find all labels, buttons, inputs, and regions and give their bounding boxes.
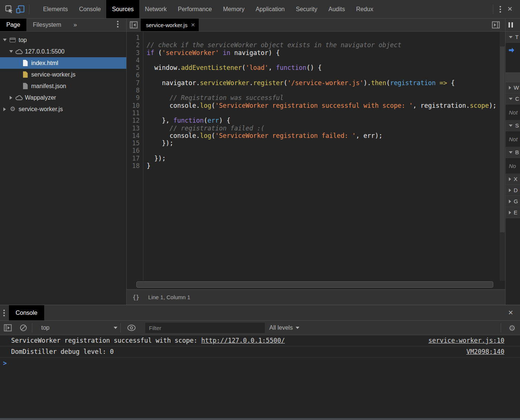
console-source-link[interactable]: service-worker.js:10 [428, 337, 504, 344]
sidebar-section-call-stack[interactable]: C [506, 93, 520, 104]
tab-overflow-chevron[interactable]: » [74, 19, 77, 31]
line-number[interactable]: 8 [127, 87, 140, 94]
tree-item-top[interactable]: top [0, 34, 126, 46]
code-line-15: }); [147, 139, 505, 147]
tab-page[interactable]: Page [0, 19, 26, 31]
inspect-element-icon[interactable] [4, 4, 15, 15]
sidebar-section-watch[interactable]: W [506, 82, 520, 93]
tab-console[interactable]: Console [9, 305, 44, 320]
chevron-down-icon [114, 327, 117, 329]
line-number[interactable]: 16 [127, 147, 140, 154]
tree-item-wappalyzer[interactable]: Wappalyzer [0, 92, 126, 103]
console-settings-gear-icon[interactable]: ⚙ [504, 324, 520, 332]
line-number[interactable]: 5 [127, 64, 140, 71]
editor-vertical-scrollbar[interactable] [500, 32, 505, 281]
line-number[interactable]: 18 [127, 162, 140, 169]
sidebar-section-scope[interactable]: S [506, 120, 520, 131]
drawer-close-icon[interactable]: ✕ [505, 307, 516, 318]
live-expression-eye-icon[interactable] [126, 322, 137, 333]
drawer-menu-icon[interactable] [0, 307, 8, 319]
console-filter-input[interactable] [145, 323, 265, 333]
editor-vertical-scrollbar-thumb[interactable] [500, 46, 505, 232]
panel-tab-security[interactable]: Security [290, 0, 323, 18]
line-number[interactable]: 4 [127, 56, 140, 64]
sidebar-section-label: E [514, 209, 517, 216]
tree-item-service-worker-js[interactable]: service-worker.js [0, 69, 126, 80]
javascript-context-select[interactable]: top [41, 324, 117, 331]
sidebar-section-label: W [514, 84, 519, 91]
panel-tab-application[interactable]: Application [250, 0, 290, 18]
sidebar-section-event-listener-breakpoints[interactable]: E [506, 207, 520, 218]
file-tree: top127.0.0.1:5500index.htmlservice-worke… [0, 32, 126, 305]
active-thread-arrow-icon [508, 47, 515, 53]
line-number[interactable]: 3 [127, 49, 140, 56]
tree-item-manifest-json[interactable]: manifest.json [0, 80, 126, 92]
console-prompt[interactable]: > [0, 358, 520, 369]
active-thread-row[interactable] [506, 43, 520, 58]
line-number[interactable]: 2 [127, 41, 140, 49]
panel-tab-console[interactable]: Console [74, 0, 107, 18]
device-toolbar-icon[interactable] [15, 4, 26, 15]
panel-tab-redux[interactable]: Redux [351, 0, 379, 18]
line-number[interactable]: 17 [127, 155, 140, 162]
line-number[interactable]: 14 [127, 132, 140, 139]
toolbar-divider [493, 4, 493, 14]
pause-script-icon[interactable] [508, 22, 513, 28]
pretty-print-icon[interactable]: {} [133, 294, 139, 301]
sidebar-section-threads[interactable]: T [506, 32, 520, 43]
console-empty-area[interactable] [0, 369, 520, 418]
console-sidebar-icon[interactable] [2, 322, 13, 333]
line-number[interactable]: 12 [127, 117, 140, 124]
editor-tab-service-worker[interactable]: service-worker.js ✕ [141, 19, 199, 31]
panel-tab-audits[interactable]: Audits [323, 0, 350, 18]
code-editor[interactable]: 123456789101112131415161718 // check if … [127, 32, 505, 281]
hide-navigator-icon[interactable] [127, 19, 141, 31]
panel-tab-performance[interactable]: Performance [172, 0, 218, 18]
line-number[interactable]: 15 [127, 139, 140, 147]
navigator-menu-icon[interactable] [114, 19, 122, 31]
context-value: top [41, 324, 49, 331]
panel-tab-network[interactable]: Network [139, 0, 172, 18]
clear-console-icon[interactable] [18, 322, 29, 333]
code-line-7: navigator.serviceWorker.register('/servi… [147, 79, 505, 87]
tree-item-index-html[interactable]: index.html [0, 57, 126, 69]
panel-tabs: ElementsConsoleSourcesNetworkPerformance… [38, 0, 379, 18]
line-number[interactable]: 6 [127, 71, 140, 79]
console-drawer: Console ✕ top [0, 305, 520, 420]
panel-tab-elements[interactable]: Elements [38, 0, 74, 18]
chevron-right-icon [8, 96, 14, 100]
tree-item-127-0-0-1-5500[interactable]: 127.0.0.1:5500 [0, 46, 126, 57]
sidebar-section-label: T [515, 34, 519, 40]
tree-item-service-worker-js[interactable]: ⚙service-worker.js [0, 103, 126, 115]
line-number[interactable]: 1 [127, 34, 140, 41]
prompt-chevron-icon: > [3, 359, 7, 367]
code-line-13: // registration failed :( [147, 125, 505, 132]
line-number[interactable]: 7 [127, 79, 140, 87]
devtools-close-icon[interactable]: ✕ [504, 4, 516, 14]
line-number[interactable]: 9 [127, 94, 140, 101]
tree-item-label: 127.0.0.1:5500 [25, 48, 65, 55]
code-line-5: window.addEventListener('load', function… [147, 64, 505, 71]
console-message-link[interactable]: http://127.0.0.1:5500/ [201, 337, 285, 344]
panel-tab-sources[interactable]: Sources [106, 0, 139, 18]
threads-scrollbar[interactable] [506, 72, 520, 82]
editor-horizontal-scrollbar[interactable] [127, 281, 505, 289]
devtools-menu-icon[interactable] [496, 4, 504, 15]
editor-horizontal-scrollbar-thumb[interactable] [136, 281, 493, 288]
line-number[interactable]: 11 [127, 109, 140, 117]
editor-tab-close-icon[interactable]: ✕ [191, 22, 195, 28]
hide-debugger-icon[interactable] [489, 21, 503, 29]
sidebar-section-dom-breakpoints[interactable]: D [506, 185, 520, 196]
sidebar-section-breakpoints[interactable]: B [506, 147, 520, 158]
console-source-link[interactable]: VM2098:140 [467, 349, 504, 355]
sidebar-section-global-listeners[interactable]: G [506, 196, 520, 207]
panel-tab-memory[interactable]: Memory [217, 0, 250, 18]
sidebar-section-xhr-breakpoints[interactable]: X [506, 174, 520, 185]
line-number[interactable]: 13 [127, 125, 140, 132]
code-line-3: if ('serviceWorker' in navigator) { [147, 49, 505, 56]
console-messages: ServiceWorker registration successful wi… [0, 335, 520, 358]
code-line-18: } [147, 162, 505, 169]
line-number[interactable]: 10 [127, 102, 140, 109]
tab-filesystem[interactable]: Filesystem [26, 19, 67, 31]
log-levels-select[interactable]: All levels [269, 324, 299, 331]
